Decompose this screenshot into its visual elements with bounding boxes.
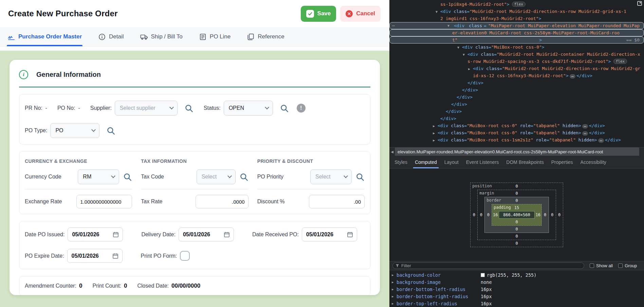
delivery-date-input[interactable]: 05/01/2026	[179, 227, 234, 241]
expand-closed-icon[interactable]: ▶	[392, 273, 397, 277]
computed-property-row[interactable]: ▶border-bottom-right-radius16px	[389, 293, 644, 300]
dom-tree-line[interactable]: ▶<div class="MuiBox-root css-1sm2s1z" ro…	[389, 136, 644, 143]
currency-code-select[interactable]: RM	[78, 169, 119, 184]
amendment-counter-label: Amendment Counter:	[25, 283, 76, 289]
box-model: position 0 0 margin 0 0 border 0	[470, 183, 563, 247]
calendar-icon[interactable]	[112, 253, 119, 259]
devtools-tab-layout[interactable]: Layout	[441, 156, 462, 168]
computed-property-row[interactable]: ▶background-imagenone	[389, 278, 644, 286]
tax-code-select[interactable]: Select	[197, 169, 236, 184]
padding-bottom-value: 0	[492, 219, 541, 225]
status-select[interactable]: OPEN	[224, 101, 273, 116]
computed-property-row[interactable]: ▶border-bottom-left-radius16px	[389, 286, 644, 293]
breadcrumb[interactable]: elevation.MuiPaper-rounded.MuiPaper-elev…	[395, 148, 639, 156]
general-information-card: i General Information PR No: - PO No: -	[10, 60, 380, 295]
dom-tree-line[interactable]: id-xs-12 css-16fnxy3-MuiGrid2-root">…</d…	[389, 72, 644, 79]
date-received-input[interactable]: 05/01/2026	[302, 227, 357, 241]
computed-property-row[interactable]: ▶background-colorrgb(255, 255, 255)	[389, 271, 644, 278]
expand-closed-icon[interactable]: ▶	[392, 295, 397, 298]
dom-tree-line[interactable]: ⋯▼<div class="MuiPaper-root MuiPaper-ele…	[389, 22, 644, 29]
color-swatch[interactable]	[481, 273, 485, 277]
collapsed-content-ellipsis: …	[582, 131, 588, 136]
exchange-rate-input[interactable]: 1.0000000000000	[76, 195, 132, 208]
po-type-select[interactable]: PO	[50, 123, 99, 138]
po-header-fieldset: PR No: - PO No: - Supplier: Select suppl…	[19, 94, 370, 144]
devtools-tab-computed[interactable]: Computed	[411, 156, 441, 168]
dom-tree-line[interactable]: </div>	[389, 108, 644, 115]
search-icon[interactable]	[184, 104, 194, 113]
dom-tree-line[interactable]: ▶<div class="MuiGrid2-root MuiGrid2-dire…	[389, 65, 644, 72]
po-expire-date-input[interactable]: 05/01/2026	[67, 249, 123, 263]
save-button[interactable]: Save	[301, 6, 336, 22]
tax-rate-input[interactable]: .0000	[196, 195, 249, 208]
filter-input[interactable]: Filter	[392, 262, 584, 269]
devtools-tab-dom-breakpoints[interactable]: DOM Breakpoints	[502, 156, 547, 168]
po-priority-select[interactable]: Select	[310, 169, 352, 184]
dom-tree-line[interactable]: ss-1pi8xg4-MuiGrid2-root">flex	[389, 1, 644, 8]
counters-fieldset: Amendment Counter: 0 Print Count: 0 Clos…	[19, 276, 370, 295]
dom-tree-line[interactable]: t"> == $0	[389, 36, 644, 44]
devtools-tab-accessibility[interactable]: Accessibility	[577, 156, 610, 168]
print-po-form-checkbox[interactable]	[180, 251, 190, 261]
warning-icon[interactable]: !	[297, 104, 306, 113]
priority-column-header: PRIORITY & DISCOUNT	[257, 158, 365, 164]
date-received-value: 05/01/2026	[306, 232, 333, 238]
expand-closed-icon[interactable]: ▶	[392, 302, 397, 305]
date-po-issued-label: Date PO Issued:	[25, 232, 65, 238]
dom-tree-line[interactable]: </div>	[389, 79, 644, 86]
box-model-padding[interactable]: padding 15 16 866.400×560 16 0	[492, 204, 541, 226]
dom-tree-line[interactable]: s-row MuiGrid2-spacing-xs-3 css-dkd71f-M…	[389, 58, 644, 65]
dom-tree-line[interactable]: </div>	[389, 93, 644, 101]
group-checkbox[interactable]: Group	[618, 263, 637, 268]
dom-tree-line[interactable]: </div>	[389, 86, 644, 93]
box-model-position[interactable]: position 0 0 margin 0 0 border 0	[470, 183, 563, 247]
box-model-border[interactable]: border 0 0 padding 15 16	[484, 197, 549, 233]
padding-left-value: 16	[492, 212, 499, 217]
box-model-content[interactable]: 866.400×560	[499, 211, 534, 219]
search-icon[interactable]	[106, 126, 115, 135]
search-icon[interactable]	[280, 104, 289, 113]
calendar-icon[interactable]	[347, 231, 353, 238]
tab-detail[interactable]: Detail	[97, 27, 124, 46]
tab-ship-bill-to[interactable]: Ship / Bill To	[140, 27, 183, 46]
dom-tree-line[interactable]: 2 imgGird1 css-16fnxy3-MuiGrid2-root">	[389, 15, 644, 22]
calendar-icon[interactable]	[223, 231, 230, 238]
closed-date-value: 00/00/0000	[171, 283, 200, 289]
devtools-tab-properties[interactable]: Properties	[548, 156, 577, 168]
tab-reference[interactable]: Reference	[246, 27, 285, 46]
dom-tree-line[interactable]: </div>	[389, 115, 644, 122]
po-type-label: PO Type:	[25, 127, 47, 134]
expand-closed-icon: ▶	[468, 65, 473, 72]
dom-tree-line[interactable]: ▼<div class="MuiGrid2-root MuiGrid2-cont…	[389, 51, 644, 58]
date-received-group: Date Received PO: 05/01/2026	[252, 227, 357, 241]
dom-tree-line[interactable]: er-elevation0 MuiCard-root css-2s58ym-Mu…	[389, 29, 644, 36]
dom-tree-line[interactable]: </div>	[389, 101, 644, 108]
save-button-label: Save	[317, 10, 331, 17]
computed-filter-bar: Filter Show all Group	[389, 261, 644, 270]
devtools-tab-event-listeners[interactable]: Event Listeners	[462, 156, 503, 168]
search-icon[interactable]	[239, 172, 249, 182]
expand-closed-icon[interactable]: ▶	[392, 280, 397, 284]
tab-po-line[interactable]: PO Line	[198, 27, 231, 46]
discount-input[interactable]: .00	[309, 195, 365, 208]
dom-tree-line[interactable]: ▼<div class="MuiBox-root css-0">	[389, 44, 644, 51]
breadcrumb-scroll-left-icon[interactable]: ◀	[389, 150, 395, 154]
box-model-margin[interactable]: margin 0 0 border 0 0	[477, 190, 556, 240]
cancel-button[interactable]: Cancel	[340, 6, 381, 22]
chevron-down-icon	[111, 174, 115, 178]
dom-tree-line[interactable]: ▶<div class="MuiBox-root css-0" role="ta…	[389, 129, 644, 136]
devtools-tab-styles[interactable]: Styles	[391, 156, 411, 168]
calendar-icon[interactable]	[112, 231, 119, 238]
date-po-issued-input[interactable]: 05/01/2026	[68, 227, 123, 241]
checkbox-icon	[618, 263, 623, 268]
expand-closed-icon[interactable]: ▶	[392, 288, 397, 291]
dom-tree-line[interactable]: ▶<div class="MuiBox-root css-0" role="ta…	[389, 122, 644, 129]
search-icon[interactable]	[123, 172, 132, 182]
search-icon[interactable]	[355, 172, 365, 182]
supplier-select[interactable]: Select supplier	[115, 101, 178, 116]
computed-property-row[interactable]: ▶border-top-left-radius16px	[389, 300, 644, 307]
tab-purchase-order-master[interactable]: Purchase Order Master	[7, 27, 82, 46]
dom-tree-line[interactable]: ▼<div class="MuiGrid2-root MuiGrid2-dire…	[389, 8, 644, 15]
show-all-checkbox[interactable]: Show all	[590, 263, 613, 268]
border-right-value: 0	[542, 212, 549, 217]
